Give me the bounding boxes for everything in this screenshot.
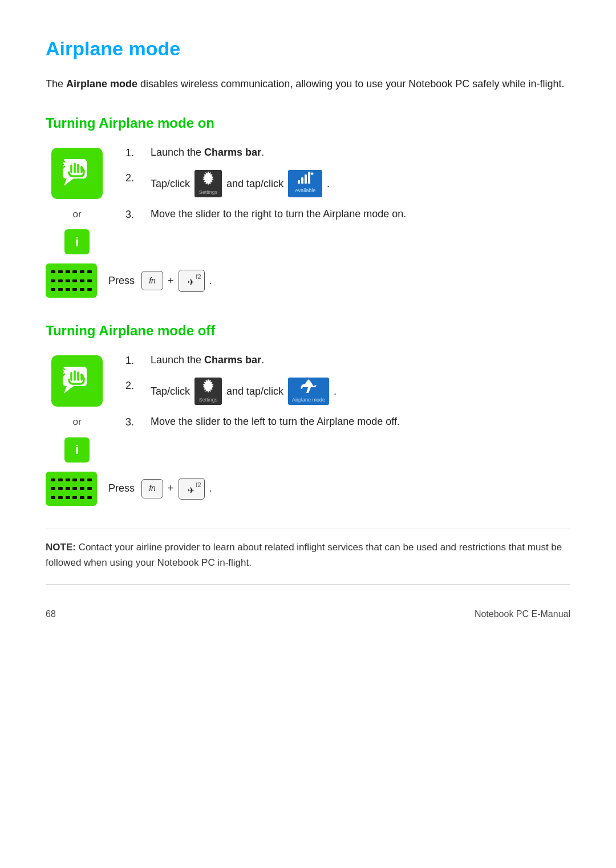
tap-click-label-off: Tap/click (151, 381, 190, 401)
kbd-dot (58, 478, 63, 481)
f2-key-off: f2 ✈ (179, 478, 205, 500)
period-kbd-off: . (209, 481, 212, 496)
available-label-text: Available (295, 185, 315, 196)
gear-svg-off (200, 378, 217, 394)
available-icon-on: Available (288, 170, 322, 197)
step-on-3-num: 3. (125, 206, 141, 222)
svg-rect-15 (305, 175, 307, 184)
airplane-mode-bold: Airplane mode (66, 78, 137, 90)
bottom-divider (46, 584, 570, 585)
settings-label-text: Settings (199, 187, 218, 197)
plus-on: + (168, 273, 174, 289)
period-kbd-on: . (209, 273, 212, 289)
intro-paragraph: The Airplane mode disables wireless comm… (46, 76, 570, 92)
kbd-dot (58, 279, 63, 282)
hand-gesture-svg-off (60, 364, 94, 398)
kbd-dot (87, 496, 92, 499)
note-bold: NOTE: (46, 542, 76, 553)
keyboard-row-off: Press fn + f2 ✈ . (108, 478, 212, 500)
info-icon-off: i (64, 437, 90, 463)
settings-icon-off: Settings (194, 378, 222, 405)
top-divider (46, 529, 570, 529)
kbd-dot (80, 496, 84, 499)
step-off-1-num: 1. (125, 352, 141, 368)
f2-key-on: f2 ✈ (179, 270, 205, 292)
step-on-2-num: 2. (125, 170, 141, 186)
f2-super-on: f2 (196, 272, 201, 282)
kbd-dot (58, 288, 63, 291)
fn-key-off: fn (141, 479, 163, 498)
kbd-dot (87, 288, 92, 291)
airplane-mode-label-text: Airplane mode (292, 395, 325, 405)
kbd-dot (51, 487, 55, 490)
hand-gesture-svg (60, 156, 94, 190)
svg-rect-14 (301, 177, 303, 184)
kbd-dot (72, 496, 77, 499)
kbd-dot (66, 487, 70, 490)
section-off-content: or i 1. Launch the Charms bar. 2. Tap/cl… (46, 352, 570, 463)
f2-main-off: ✈ (188, 484, 195, 497)
kbd-dot (80, 487, 84, 490)
step-off-2-num: 2. (125, 378, 141, 394)
step-off-3-num: 3. (125, 414, 141, 430)
step-on-2-text: Tap/click Settings and tap/click (151, 170, 330, 197)
svg-rect-13 (298, 180, 300, 184)
svg-rect-16 (308, 172, 310, 184)
settings-icon-on: Settings (194, 170, 222, 197)
step-on-1-text: Launch the Charms bar. (151, 145, 264, 161)
wifi-bars-svg (297, 171, 314, 185)
svg-marker-17 (310, 172, 314, 176)
keyboard-row-on: Press fn + f2 ✈ . (108, 270, 212, 292)
kbd-dot (66, 478, 70, 481)
fn-key-on: fn (141, 271, 163, 290)
step-off-3-text: Move the slider to the left to turn the … (151, 414, 400, 430)
kbd-dot (80, 279, 84, 282)
or-label-off: or (72, 415, 81, 429)
note-text: Contact your airline provider to learn a… (46, 542, 562, 568)
settings-label-text-off: Settings (199, 395, 218, 405)
step-off-1: 1. Launch the Charms bar. (125, 352, 570, 368)
kbd-dot (66, 270, 70, 273)
kbd-dot (87, 279, 92, 282)
intro-text-after: disables wireless communication, allowin… (140, 78, 564, 90)
step-on-1-num: 1. (125, 145, 141, 161)
kbd-dot (51, 496, 55, 499)
footer: 68 Notebook PC E-Manual (46, 602, 570, 621)
manual-title: Notebook PC E-Manual (475, 607, 570, 621)
steps-col-off: 1. Launch the Charms bar. 2. Tap/click S… (125, 352, 570, 439)
kbd-dot (87, 487, 92, 490)
section-on-content: or i 1. Launch the Charms bar. 2. Tap/cl… (46, 145, 570, 255)
note-box: NOTE: Contact your airline provider to l… (46, 540, 570, 570)
kbd-dot (80, 288, 84, 291)
kbd-dot (72, 487, 77, 490)
kbd-dot (80, 478, 84, 481)
step-on-3-text: Move the slider to the right to turn the… (151, 206, 406, 222)
step-off-2-text: Tap/click Settings and tap/click (151, 378, 337, 405)
section-on-title: Turning Airplane mode on (46, 113, 570, 133)
page-title: Airplane mode (46, 34, 570, 63)
kbd-dot (72, 279, 77, 282)
kbd-dot (58, 487, 63, 490)
section-off: Turning Airplane mode off or (46, 321, 570, 506)
gear-svg (200, 170, 217, 186)
and-tap-click-label-on: and tap/click (226, 173, 283, 194)
charms-bar-bold-on: Charms bar (204, 147, 261, 158)
airplane-svg (301, 378, 317, 394)
step-off-3: 3. Move the slider to the left to turn t… (125, 414, 570, 430)
touch-gesture-icon-off (51, 355, 103, 407)
kbd-dot (51, 270, 55, 273)
icons-col-on: or i (46, 145, 108, 255)
steps-col-on: 1. Launch the Charms bar. 2. Tap/click (125, 145, 570, 232)
kbd-dot (66, 288, 70, 291)
section-off-title: Turning Airplane mode off (46, 321, 570, 341)
kbd-dot (58, 270, 63, 273)
kbd-dot (66, 279, 70, 282)
step-off-2: 2. Tap/click Settings and tap/click (125, 378, 570, 405)
period-off-2: . (334, 381, 337, 401)
plus-off: + (168, 481, 174, 496)
kbd-dot (72, 270, 77, 273)
charms-bar-bold-off: Charms bar (204, 354, 261, 366)
or-label-on: or (72, 207, 81, 222)
f2-super-off: f2 (196, 480, 201, 490)
kbd-dot (58, 496, 63, 499)
